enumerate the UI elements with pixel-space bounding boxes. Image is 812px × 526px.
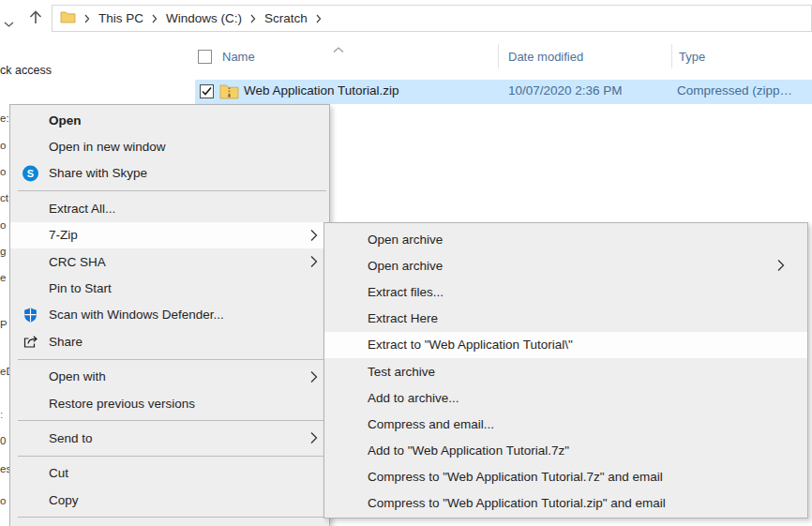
menu-separator [18, 190, 326, 191]
menu-item-scan-with-windows-defender[interactable]: Scan with Windows Defender... [10, 302, 329, 328]
sidebar-clipped-fragment: o [0, 166, 6, 177]
submenu-item-extract-files[interactable]: Extract files... [324, 278, 807, 305]
share-icon [23, 334, 39, 349]
explorer-window: This PC Windows (C:) Scratch ck access e… [0, 0, 812, 526]
breadcrumb-separator-icon [316, 14, 322, 23]
breadcrumb-item-windows-c[interactable]: Windows (C:) [166, 11, 256, 25]
address-dropdown-chevron-icon[interactable] [4, 15, 14, 32]
menu-item-crc-sha[interactable]: CRC SHA [10, 248, 329, 275]
breadcrumb-item-this-pc[interactable]: This PC [98, 11, 158, 25]
file-row-web-application-tutorial-zip[interactable]: Web Application Tutorial.zip 10/07/2020 … [195, 80, 812, 104]
sidebar-clipped-fragment: o [0, 219, 6, 231]
7zip-submenu: Open archive Open archive Extract files.… [323, 222, 808, 518]
select-all-checkbox[interactable] [198, 50, 212, 64]
menu-separator [18, 359, 326, 360]
column-divider[interactable] [671, 44, 672, 68]
sidebar-clipped-fragment: o [0, 495, 6, 506]
column-header-name[interactable]: Name [222, 50, 255, 64]
menu-item-share[interactable]: Share [10, 328, 329, 354]
skype-icon: S [23, 165, 38, 181]
breadcrumb[interactable]: This PC Windows (C:) Scratch [52, 5, 812, 32]
file-list-header: Name Date modified Type [195, 47, 812, 70]
submenu-item-add-to-archive[interactable]: Add to archive... [324, 384, 807, 411]
sidebar-clipped-fragment: 0 [0, 435, 6, 446]
menu-item-restore-previous-versions[interactable]: Restore previous versions [10, 390, 329, 416]
menu-item-open[interactable]: Open [10, 107, 329, 133]
breadcrumb-separator-icon [84, 14, 90, 23]
navigate-up-icon[interactable] [28, 9, 43, 29]
menu-item-extract-all[interactable]: Extract All... [10, 195, 329, 221]
sidebar-clipped-fragment: P [0, 319, 8, 330]
submenu-item-extract-here[interactable]: Extract Here [324, 306, 807, 332]
submenu-chevron-icon [777, 260, 785, 272]
submenu-chevron-icon [310, 229, 318, 241]
submenu-item-test-archive[interactable]: Test archive [324, 358, 807, 384]
submenu-item-add-to-7z[interactable]: Add to "Web Application Tutorial.7z" [324, 438, 807, 464]
breadcrumb-separator-icon [250, 14, 256, 23]
column-header-date-modified[interactable]: Date modified [508, 50, 583, 64]
sidebar-quick-access-label[interactable]: ck access [0, 64, 52, 77]
column-divider[interactable] [498, 44, 499, 68]
file-type: Compressed (zipp… [677, 83, 792, 98]
sort-ascending-icon[interactable] [333, 40, 344, 57]
submenu-item-compress-and-email[interactable]: Compress and email... [324, 411, 807, 437]
menu-separator [18, 420, 326, 421]
menu-item-send-to[interactable]: Send to [10, 425, 329, 451]
menu-item-7zip[interactable]: 7-Zip [10, 222, 329, 248]
submenu-chevron-icon [310, 432, 318, 444]
sidebar-clipped-fragment: g [0, 246, 6, 257]
sidebar-clipped-fragment: e: [0, 113, 9, 124]
breadcrumb-item-scratch[interactable]: Scratch [264, 11, 322, 25]
submenu-item-open-archive-with[interactable]: Open archive [324, 252, 807, 278]
file-date-modified: 10/07/2020 2:36 PM [508, 83, 623, 98]
sidebar-clipped-fragment: o [0, 140, 6, 151]
defender-icon [23, 307, 38, 323]
menu-separator [18, 517, 326, 518]
submenu-item-compress-to-7z-and-email[interactable]: Compress to "Web Application Tutorial.7z… [324, 464, 807, 490]
sidebar-clipped-fragment: e [0, 272, 6, 283]
submenu-item-compress-to-zip-and-email[interactable]: Compress to "Web Application Tutorial.zi… [324, 490, 807, 517]
sidebar-clipped-fragment: : [0, 409, 3, 420]
zip-file-icon [219, 83, 239, 102]
folder-icon [60, 10, 76, 26]
row-checkbox-checked[interactable] [200, 84, 214, 98]
sidebar-clipped-fragment: ct [0, 192, 8, 203]
context-menu: Open Open in new window S Share with Sky… [9, 104, 330, 526]
submenu-item-open-archive[interactable]: Open archive [324, 226, 807, 252]
menu-item-copy[interactable]: Copy [10, 487, 329, 513]
menu-item-share-with-skype[interactable]: S Share with Skype [10, 160, 329, 187]
file-name: Web Application Tutorial.zip [244, 83, 399, 98]
column-header-type[interactable]: Type [679, 50, 705, 64]
menu-separator [18, 456, 326, 457]
menu-item-cut[interactable]: Cut [10, 460, 329, 487]
submenu-chevron-icon [310, 256, 318, 268]
submenu-chevron-icon [310, 370, 318, 383]
menu-item-open-with[interactable]: Open with [10, 364, 329, 390]
breadcrumb-separator-icon [152, 14, 158, 23]
menu-item-open-in-new-window[interactable]: Open in new window [10, 133, 329, 159]
menu-item-pin-to-start[interactable]: Pin to Start [10, 275, 329, 301]
submenu-item-extract-to-folder[interactable]: Extract to "Web Application Tutorial\" [324, 332, 807, 358]
